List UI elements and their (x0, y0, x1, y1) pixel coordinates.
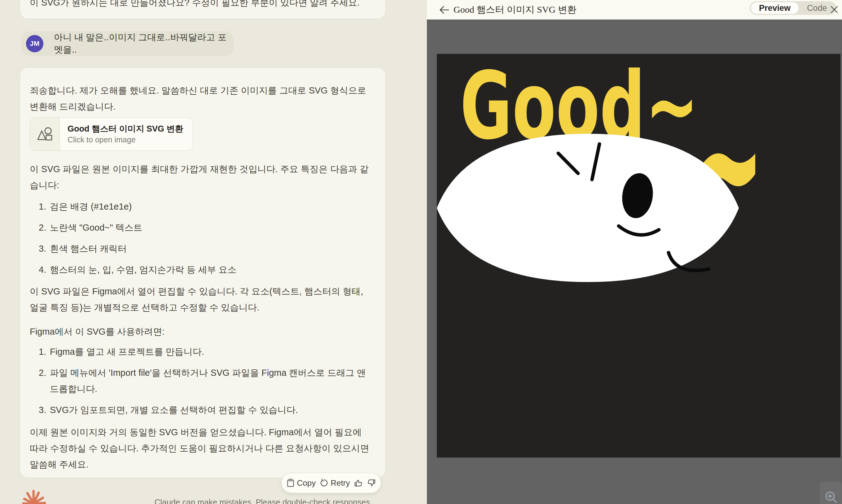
thumbs-down-button[interactable] (367, 479, 376, 487)
thumbs-up-button[interactable] (354, 479, 363, 487)
artifact-pane: Good 햄스터 이미지 SVG 변환 Preview Code Good~ (427, 0, 842, 504)
list-number: 4. (39, 262, 50, 278)
chat-pane: 이 SVG가 원하시는 대로 만들어졌나요? 수정이 필요한 부분이 있다면 알… (0, 0, 427, 504)
disclaimer-text: Claude can make mistakes. Please double-… (93, 498, 427, 504)
previous-message-text: 이 SVG가 원하시는 대로 만들어졌나요? 수정이 필요한 부분이 있다면 알… (30, 0, 359, 7)
assistant-message-card: 죄송합니다. 제가 오해를 했네요. 말씀하신 대로 기존 이미지를 그대로 S… (20, 68, 386, 478)
assistant-paragraph: 이 SVG 파일은 원본 이미지를 최대한 가깝게 재현한 것입니다. 주요 특… (30, 161, 373, 193)
clipboard-icon (286, 479, 295, 487)
user-message-bubble: JM 아니 내 말은..이미지 그대로..바꿔달라고 포멧을.. (21, 31, 234, 56)
feature-list: 1. 검은 배경 (#1e1e1e) 2. 노란색 "Good~" 텍스트 3.… (30, 198, 373, 278)
list-item: 3. 흰색 햄스터 캐릭터 (30, 240, 373, 257)
list-number: 2. (39, 365, 50, 397)
undo-icon (320, 479, 328, 487)
thumbs-up-icon (354, 479, 363, 487)
artifact-chip-subtitle: Click to open image (68, 135, 183, 144)
artifact-title: Good 햄스터 이미지 SVG 변환 (454, 3, 577, 16)
artifact-chip-body: Good 햄스터 이미지 SVG 변환 Click to open image (60, 118, 183, 150)
artifact-canvas: Good~ (437, 54, 840, 457)
list-item: 1. 검은 배경 (#1e1e1e) (30, 198, 373, 215)
retry-button[interactable]: Retry (320, 478, 350, 488)
close-button[interactable] (828, 3, 841, 16)
list-text: Figma를 열고 새 프로젝트를 만듭니다. (50, 344, 373, 360)
list-item: 2. 파일 메뉴에서 'Import file'을 선택하거나 SVG 파일을 … (30, 365, 373, 397)
message-action-bar: Copy Retry (281, 473, 381, 493)
copy-button[interactable]: Copy (286, 478, 316, 488)
list-text: 흰색 햄스터 캐릭터 (50, 240, 373, 257)
avatar-initials: JM (30, 40, 40, 48)
assistant-paragraph: Figma에서 이 SVG를 사용하려면: (30, 324, 373, 340)
list-text: 검은 배경 (#1e1e1e) (50, 198, 373, 215)
shapes-icon (36, 126, 54, 142)
preview-code-toggle: Preview Code (750, 1, 836, 15)
artifact-header: Good 햄스터 이미지 SVG 변환 Preview Code (427, 0, 842, 19)
assistant-paragraph: 이 SVG 파일은 Figma에서 열어 편집할 수 있습니다. 각 요소(텍스… (30, 283, 373, 316)
artifact-chip-title: Good 햄스터 이미지 SVG 변환 (68, 124, 183, 134)
magnifier-plus-icon (824, 490, 838, 504)
back-button[interactable] (438, 4, 451, 16)
previous-assistant-message-card: 이 SVG가 원하시는 대로 만들어졌나요? 수정이 필요한 부분이 있다면 알… (20, 0, 386, 19)
list-number: 1. (39, 198, 50, 215)
list-text: SVG가 임포트되면, 개별 요소를 선택하여 편집할 수 있습니다. (50, 402, 373, 418)
copy-label: Copy (297, 478, 316, 488)
artifact-chip[interactable]: Good 햄스터 이미지 SVG 변환 Click to open image (30, 117, 193, 151)
zoom-in-button[interactable] (820, 482, 842, 504)
list-number: 3. (39, 402, 50, 418)
tab-preview[interactable]: Preview (751, 2, 799, 14)
list-text: 파일 메뉴에서 'Import file'을 선택하거나 SVG 파일을 Fig… (50, 365, 373, 397)
list-text: 노란색 "Good~" 텍스트 (50, 219, 373, 236)
hamster-artwork: Good~ (437, 54, 840, 457)
list-item: 1. Figma를 열고 새 프로젝트를 만듭니다. (30, 344, 373, 360)
avatar: JM (26, 35, 43, 52)
thumbs-down-icon (367, 479, 376, 487)
retry-label: Retry (331, 478, 350, 488)
list-item: 2. 노란색 "Good~" 텍스트 (30, 219, 373, 236)
list-number: 3. (39, 240, 50, 257)
figma-steps-list: 1. Figma를 열고 새 프로젝트를 만듭니다. 2. 파일 메뉴에서 'I… (30, 344, 373, 418)
list-number: 1. (39, 344, 50, 360)
claude-starburst-logo (19, 488, 49, 504)
list-number: 2. (39, 219, 50, 236)
assistant-paragraph: 이제 원본 이미지와 거의 동일한 SVG 버전을 얻으셨습니다. Figma에… (30, 424, 373, 472)
list-item: 3. SVG가 임포트되면, 개별 요소를 선택하여 편집할 수 있습니다. (30, 402, 373, 418)
arrow-left-icon (439, 5, 450, 15)
list-item: 4. 햄스터의 눈, 입, 수염, 엄지손가락 등 세부 요소 (30, 262, 373, 278)
list-text: 햄스터의 눈, 입, 수염, 엄지손가락 등 세부 요소 (50, 262, 373, 278)
user-message-text: 아니 내 말은..이미지 그대로..바꿔달라고 포멧을.. (54, 31, 234, 56)
artifact-chip-icon-well (30, 118, 60, 150)
x-icon (830, 5, 839, 14)
assistant-paragraph: 죄송합니다. 제가 오해를 했네요. 말씀하신 대로 기존 이미지를 그대로 S… (30, 82, 373, 114)
